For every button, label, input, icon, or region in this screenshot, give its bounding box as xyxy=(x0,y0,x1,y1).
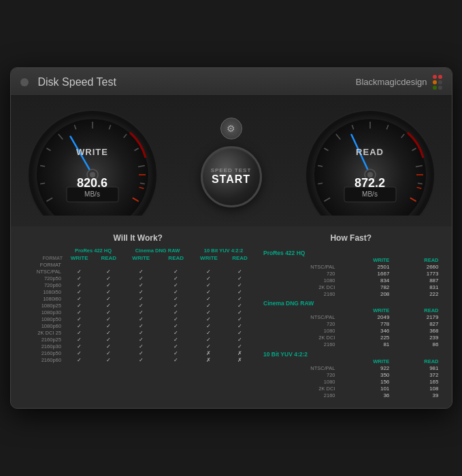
how-fast-row: 720778827 xyxy=(261,321,440,328)
table-row: 720p50✓✓✓✓✓✓ xyxy=(22,275,255,282)
svg-rect-47 xyxy=(344,187,396,202)
data-section: Will It Work? ProRes 422 HQ Cinema DNG R… xyxy=(11,226,452,409)
how-fast-row: 1080834887 xyxy=(261,277,440,284)
table-row: 2160p60✓✓✓✓✗✗ xyxy=(22,357,255,364)
gauges-section: WRITE 820.6 MB/s ⚙ SPEED TEST START xyxy=(11,96,452,226)
how-fast-row: 1080156165 xyxy=(261,378,440,385)
how-fast-group-header: Cinema DNG RAW xyxy=(261,297,440,307)
brand-area: Blackmagicdesign xyxy=(356,75,442,90)
table-row: 1080p25✓✓✓✓✓✓ xyxy=(22,303,255,309)
how-fast-table: ProRes 422 HQWRITEREADNTSC/PAL2501266072… xyxy=(261,247,440,399)
how-fast-title: How Fast? xyxy=(261,233,440,243)
data-columns: Will It Work? ProRes 422 HQ Cinema DNG R… xyxy=(22,233,441,399)
read-gauge-wrap: READ 872.2 MB/s xyxy=(302,107,438,218)
how-fast-row: 2K DCI101108 xyxy=(261,385,440,392)
how-fast-group-header: ProRes 422 HQ xyxy=(261,247,440,257)
dot-green-1 xyxy=(433,86,437,90)
how-fast-row: 720350372 xyxy=(261,371,440,378)
window-title: Disk Speed Test xyxy=(38,76,116,88)
app-window: Disk Speed Test Blackmagicdesign xyxy=(10,67,452,409)
write-gauge: WRITE 820.6 MB/s xyxy=(24,107,161,218)
how-fast-row: NTSC/PAL25012660 xyxy=(261,263,440,270)
how-fast-row: NTSC/PAL922981 xyxy=(261,364,440,371)
will-it-work-table: ProRes 422 HQ Cinema DNG RAW 10 Bit YUV … xyxy=(22,247,255,364)
table-row: 2160p25✓✓✓✓✓✓ xyxy=(22,337,255,343)
table-row: 2160p50✓✓✓✓✗✗ xyxy=(22,350,255,357)
how-fast-row: 21608186 xyxy=(261,341,440,348)
title-bar: Disk Speed Test Blackmagicdesign xyxy=(11,68,452,96)
dot-red-1 xyxy=(433,75,437,79)
title-bar-left: Disk Speed Test xyxy=(20,76,116,88)
brand-name: Blackmagicdesign xyxy=(356,77,427,87)
table-row: 1080i60✓✓✓✓✓✓ xyxy=(22,296,255,303)
table-row: 720p60✓✓✓✓✓✓ xyxy=(22,282,255,289)
svg-rect-23 xyxy=(67,187,118,202)
dot-dark-1 xyxy=(438,80,442,84)
how-fast-row: 72016671773 xyxy=(261,270,440,277)
dot-dark-2 xyxy=(438,86,442,90)
table-row: FORMAT xyxy=(22,262,255,269)
start-button[interactable]: SPEED TEST START xyxy=(201,146,262,207)
how-fast-row: 2K DCI782831 xyxy=(261,284,440,290)
will-it-work-section: Will It Work? ProRes 422 HQ Cinema DNG R… xyxy=(22,233,255,399)
table-row: 2K DCI 25✓✓✓✓✓✓ xyxy=(22,330,255,337)
dot-red-2 xyxy=(438,75,442,79)
center-controls: ⚙ SPEED TEST START xyxy=(201,118,262,207)
how-fast-row: NTSC/PAL20492179 xyxy=(261,314,440,321)
table-row: 1080p30✓✓✓✓✓✓ xyxy=(22,309,255,316)
how-fast-row: 21603639 xyxy=(261,392,440,398)
start-button-label-large: START xyxy=(212,173,250,186)
how-fast-section: How Fast? ProRes 422 HQWRITEREADNTSC/PAL… xyxy=(261,233,440,399)
read-gauge: READ 872.2 MB/s xyxy=(302,107,438,218)
table-row: NTSC/PAL✓✓✓✓✓✓ xyxy=(22,269,255,275)
table-row: 1080i50✓✓✓✓✓✓ xyxy=(22,289,255,296)
start-button-label-small: SPEED TEST xyxy=(211,167,252,173)
table-row: 1080p60✓✓✓✓✓✓ xyxy=(22,323,255,330)
will-it-work-title: Will It Work? xyxy=(22,233,255,243)
settings-button[interactable]: ⚙ xyxy=(220,118,242,139)
svg-point-22 xyxy=(90,172,95,177)
brand-dots xyxy=(433,75,442,90)
how-fast-row: 2K DCI225239 xyxy=(261,335,440,341)
table-row: 1080p50✓✓✓✓✓✓ xyxy=(22,316,255,323)
dot-orange-1 xyxy=(433,80,437,84)
write-gauge-wrap: WRITE 820.6 MB/s xyxy=(24,107,161,218)
how-fast-row: 1080346368 xyxy=(261,328,440,335)
how-fast-group-header: 10 Bit YUV 4:2:2 xyxy=(261,348,440,358)
svg-point-46 xyxy=(367,172,373,177)
how-fast-row: 2160208222 xyxy=(261,290,440,297)
close-button[interactable] xyxy=(20,78,29,86)
table-row: 2160p30✓✓✓✓✓✓ xyxy=(22,343,255,350)
